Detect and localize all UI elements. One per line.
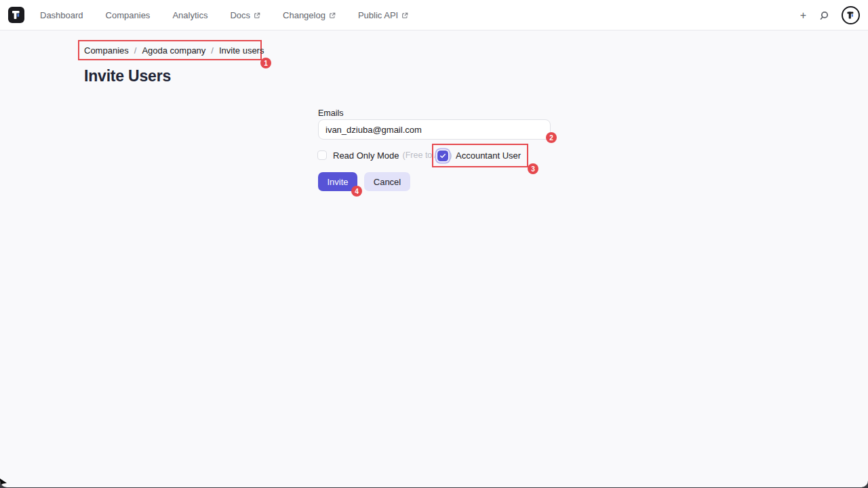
nav-item-docs[interactable]: Docs <box>230 10 260 20</box>
breadcrumb: Companies / Agoda company / Invite users <box>84 40 264 60</box>
emails-input[interactable] <box>318 119 551 140</box>
nav-item-label: Changelog <box>283 10 326 20</box>
breadcrumb-invite-users[interactable]: Invite users <box>219 45 264 56</box>
accountant-user-label: Accountant User <box>456 150 521 161</box>
accountant-user-checkbox[interactable] <box>437 150 448 161</box>
checkmark-icon <box>439 152 446 159</box>
nav-item-companies[interactable]: Companies <box>106 10 151 20</box>
external-link-icon <box>254 12 260 19</box>
nav-item-public-api[interactable]: Public API <box>358 10 408 20</box>
nav-item-analytics[interactable]: Analytics <box>172 10 208 20</box>
page-title: Invite Users <box>84 67 171 85</box>
logo-t-icon <box>10 9 22 21</box>
nav-item-label: Analytics <box>172 10 208 20</box>
emails-label: Emails <box>318 108 344 118</box>
nav-item-dashboard[interactable]: Dashboard <box>40 10 83 20</box>
top-nav: Dashboard Companies Analytics Docs Chang… <box>0 0 868 30</box>
annotation-badge-3: 3 <box>528 163 538 174</box>
search-icon[interactable] <box>818 10 829 21</box>
read-only-mode-checkbox[interactable] <box>317 150 327 160</box>
nav-item-label: Public API <box>358 10 398 20</box>
form-buttons: Invite Cancel <box>318 172 410 191</box>
nav-item-label: Docs <box>230 10 250 20</box>
nav-links: Dashboard Companies Analytics Docs Chang… <box>40 0 408 30</box>
mouse-cursor <box>0 479 7 486</box>
nav-item-label: Dashboard <box>40 10 83 20</box>
breadcrumb-separator: / <box>134 45 137 56</box>
app-logo[interactable] <box>8 7 24 23</box>
user-avatar[interactable] <box>842 6 860 24</box>
breadcrumb-separator: / <box>211 45 214 56</box>
accountant-user-option: Accountant User <box>432 144 528 167</box>
plus-icon[interactable]: + <box>800 10 806 21</box>
breadcrumb-companies[interactable]: Companies <box>84 45 129 56</box>
breadcrumb-agoda-company[interactable]: Agoda company <box>142 45 205 56</box>
nav-item-changelog[interactable]: Changelog <box>283 10 336 20</box>
app-window: Dashboard Companies Analytics Docs Chang… <box>0 0 868 487</box>
cancel-button[interactable]: Cancel <box>364 172 410 191</box>
external-link-icon <box>401 12 408 19</box>
nav-item-label: Companies <box>106 10 151 20</box>
avatar-t-icon <box>846 10 856 20</box>
nav-actions: + <box>800 0 860 30</box>
annotation-badge-2: 2 <box>546 132 557 143</box>
annotation-badge-1: 1 <box>260 58 271 68</box>
read-only-mode-label: Read Only Mode <box>333 150 399 161</box>
external-link-icon <box>329 12 336 19</box>
annotation-badge-4: 4 <box>351 186 362 197</box>
